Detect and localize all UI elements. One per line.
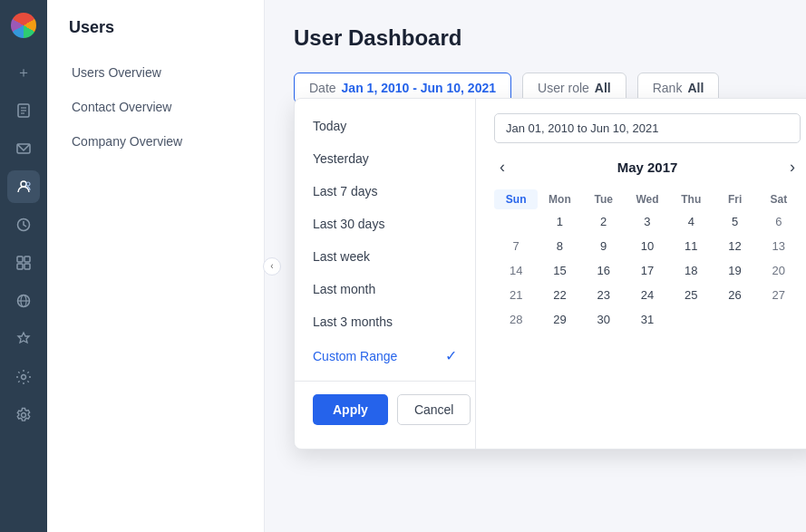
calendar-grid: Sun Mon Tue Wed Thu Fri Sat 123456789101… [494, 189, 801, 332]
date-range-input[interactable] [494, 113, 801, 143]
calendar-prev-button[interactable]: ‹ [494, 156, 510, 179]
user-role-value: All [595, 81, 611, 95]
dow-mon: Mon [538, 189, 581, 209]
calendar-month-title: May 2017 [617, 160, 678, 175]
rank-label: Rank [653, 81, 683, 95]
calendar-day [757, 307, 801, 332]
svg-rect-11 [24, 264, 30, 269]
calendar-next-button[interactable]: › [784, 156, 801, 179]
nav-item-company-overview[interactable]: Company Overview [47, 124, 264, 159]
calendar-day[interactable]: 4 [669, 209, 713, 234]
calendar-day[interactable]: 24 [626, 283, 669, 307]
preset-yesterday[interactable]: Yesterday [295, 142, 475, 175]
calendar-day[interactable]: 12 [713, 234, 756, 258]
svg-rect-10 [17, 264, 23, 269]
calendar-day [669, 307, 713, 332]
calendar-day[interactable]: 16 [582, 258, 626, 283]
calendar-day[interactable]: 23 [582, 283, 626, 307]
calendar-day[interactable]: 2 [582, 209, 626, 234]
calendar-day[interactable]: 13 [757, 234, 801, 258]
calendar-day[interactable]: 21 [494, 283, 538, 307]
cancel-button[interactable]: Cancel [397, 394, 471, 425]
calendar-day[interactable]: 28 [494, 307, 538, 332]
preset-footer: Apply Cancel [295, 381, 475, 438]
badge-icon[interactable] [7, 323, 40, 355]
apply-button[interactable]: Apply [313, 394, 388, 425]
gear2-icon[interactable] [7, 361, 40, 393]
calendar-day[interactable]: 27 [757, 283, 801, 307]
dow-sun: Sun [494, 189, 538, 209]
calendar-day[interactable]: 29 [538, 307, 581, 332]
preset-lastmonth[interactable]: Last month [295, 273, 475, 305]
svg-rect-8 [17, 256, 23, 262]
left-nav: Users Users Overview Contact Overview Co… [47, 0, 265, 532]
calendar-day [494, 209, 538, 234]
nav-title: Users [47, 18, 264, 55]
calendar-day[interactable]: 3 [626, 209, 669, 234]
calendar-header: ‹ May 2017 › [494, 156, 801, 179]
dow-thu: Thu [669, 189, 713, 209]
calendar-day[interactable]: 18 [669, 258, 713, 283]
users-icon[interactable] [7, 170, 40, 203]
plus-icon[interactable]: ＋ [7, 56, 40, 89]
settings-icon[interactable] [7, 399, 40, 431]
calendar-panel: ‹ May 2017 › Sun Mon Tue Wed Thu Fri Sat [476, 99, 806, 449]
calendar-day[interactable]: 30 [582, 307, 626, 332]
sidebar-icons-panel: ＋ [0, 0, 47, 532]
nav-item-contact-overview[interactable]: Contact Overview [47, 90, 264, 124]
svg-point-5 [21, 181, 26, 187]
calendar-day[interactable]: 22 [538, 283, 581, 307]
calendar-day[interactable]: 5 [713, 209, 756, 234]
calendar-day[interactable]: 6 [757, 209, 801, 234]
preset-custom-range[interactable]: Custom Range ✓ [295, 338, 475, 373]
calendar-day[interactable]: 11 [669, 234, 713, 258]
rank-value: All [687, 81, 704, 95]
svg-point-15 [22, 375, 26, 380]
calendar-day[interactable]: 14 [494, 258, 538, 283]
calendar-day[interactable]: 15 [538, 258, 581, 283]
calendar-day[interactable]: 1 [538, 209, 581, 234]
preset-last3months[interactable]: Last 3 months [295, 305, 475, 338]
calendar-day [713, 307, 756, 332]
preset-last30days[interactable]: Last 30 days [295, 208, 475, 240]
calendar-day[interactable]: 19 [713, 258, 756, 283]
svg-point-16 [22, 413, 26, 418]
user-role-label: User role [538, 81, 589, 95]
custom-range-check-icon: ✓ [445, 347, 457, 364]
dow-tue: Tue [582, 189, 626, 209]
calendar-day[interactable]: 7 [494, 234, 538, 258]
sidebar-collapse-button[interactable]: ‹ [263, 257, 281, 276]
preset-last7days[interactable]: Last 7 days [295, 175, 475, 208]
dow-wed: Wed [626, 189, 669, 209]
calendar-day[interactable]: 9 [582, 234, 626, 258]
document-icon[interactable] [7, 94, 40, 127]
app-logo[interactable] [7, 9, 40, 42]
calendar-day[interactable]: 17 [626, 258, 669, 283]
clock-icon[interactable] [7, 208, 40, 241]
nav-item-users-overview[interactable]: Users Overview [47, 55, 264, 90]
main-content: User Dashboard Date Jan 1, 2010 - Jun 10… [265, 0, 806, 532]
grid-icon[interactable] [7, 247, 40, 279]
calendar-day[interactable]: 25 [669, 283, 713, 307]
preset-list: Today Yesterday Last 7 days Last 30 days… [295, 99, 476, 449]
date-dropdown-panel: Today Yesterday Last 7 days Last 30 days… [294, 98, 806, 450]
preset-today[interactable]: Today [295, 110, 475, 142]
svg-rect-9 [24, 256, 30, 262]
calendar-day[interactable]: 8 [538, 234, 581, 258]
date-filter-label: Date [309, 81, 336, 95]
calendar-day[interactable]: 31 [626, 307, 669, 332]
dow-sat: Sat [757, 189, 801, 209]
calendar-day[interactable]: 10 [626, 234, 669, 258]
page-title: User Dashboard [294, 25, 777, 51]
preset-lastweek[interactable]: Last week [295, 240, 475, 273]
mail-icon[interactable] [7, 132, 40, 165]
date-filter-value: Jan 1, 2010 - Jun 10, 2021 [342, 81, 496, 95]
link-icon[interactable] [7, 285, 40, 317]
calendar-day[interactable]: 26 [713, 283, 756, 307]
calendar-day[interactable]: 20 [757, 258, 801, 283]
dow-fri: Fri [713, 189, 756, 209]
